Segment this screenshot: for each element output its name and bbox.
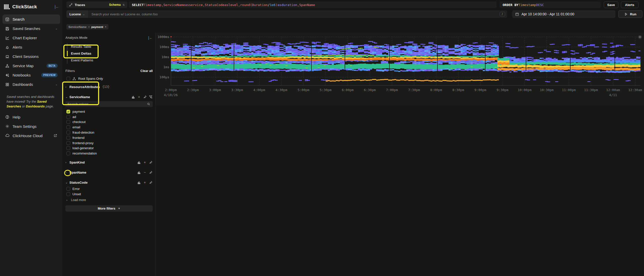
sidebar-item-chart-explorer[interactable]: Chart Explorer xyxy=(3,33,60,43)
tab-event-patterns[interactable]: Event Patterns xyxy=(67,57,153,64)
filter-group-header[interactable]: ›SpanKind+ xyxy=(65,159,153,166)
checkbox-Unset[interactable] xyxy=(66,192,70,196)
sidebar-collapse-icon[interactable]: |← xyxy=(55,5,59,9)
order-by-editor[interactable]: ORDER BY Timestamp DESC xyxy=(500,2,601,8)
filter-value-label: load-generator xyxy=(72,146,94,150)
filter-value-Unset[interactable]: Unset xyxy=(65,191,153,197)
root-spans-checkbox[interactable] xyxy=(66,77,70,81)
panel-collapse-icon[interactable]: |← xyxy=(148,36,153,40)
checkbox-checkout[interactable] xyxy=(66,120,70,124)
checkbox-load-generator[interactable] xyxy=(66,146,70,150)
chevron-right-icon: › xyxy=(65,171,68,174)
filter-group-name: ResourceAttributes xyxy=(69,85,100,89)
grid-icon xyxy=(5,82,10,87)
sidebar-item-dashboards[interactable]: Dashboards⌄ xyxy=(3,80,60,89)
filter-group-header[interactable]: ›SpanName− xyxy=(65,169,153,176)
query-language-select[interactable]: Lucene ⌄ xyxy=(66,10,88,18)
filter-value-load-generator[interactable]: load-generator xyxy=(65,146,153,151)
filter-group-name: SpanKind xyxy=(69,161,85,164)
filter-group-header[interactable]: ⌄StatusCode+ xyxy=(65,179,153,186)
sql-token: as xyxy=(185,3,189,7)
schema-button[interactable]: Schema xyxy=(109,3,121,7)
clear-all-button[interactable]: Clear all xyxy=(140,69,153,73)
close-icon[interactable]: × xyxy=(105,25,106,29)
sidebar-item-search[interactable]: Search xyxy=(3,15,60,24)
checkbox-payment[interactable] xyxy=(66,110,70,113)
filter-value-frontend-proxy[interactable]: frontend-proxy xyxy=(65,140,153,146)
filter-value-Error[interactable]: Error xyxy=(65,186,153,191)
sql-query-editor[interactable]: SELECT Timestamp, ServiceName as service… xyxy=(129,2,497,8)
bar-chart-icon[interactable] xyxy=(137,160,141,165)
pin-icon[interactable] xyxy=(143,95,147,99)
filter-group-header[interactable]: ⌄ServiceName+ xyxy=(65,93,153,101)
more-filters-button[interactable]: More filters ▼ xyxy=(65,205,153,212)
load-more-button[interactable]: ›Load more xyxy=(66,198,153,202)
checkbox-recommendation[interactable] xyxy=(66,151,70,155)
source-selector[interactable]: Traces Schema ⇅ xyxy=(66,2,127,8)
filter-value-fraud-detection[interactable]: fraud-detection xyxy=(65,130,153,135)
heatmap-canvas[interactable] xyxy=(171,37,640,86)
laptop-icon xyxy=(5,54,10,59)
schema-sort-icon[interactable]: ⇅ xyxy=(123,4,125,6)
sidebar-item-alerts[interactable]: Alerts xyxy=(3,43,60,52)
sidebar-item-label: Help xyxy=(13,115,58,119)
x-axis-tick-label: 12:30am xyxy=(628,88,642,92)
pin-icon[interactable] xyxy=(148,170,153,175)
tab-event-deltas[interactable]: Event Deltas xyxy=(67,50,153,57)
filter-value-frontend[interactable]: frontend xyxy=(65,135,153,140)
notice-link[interactable]: Dashboards xyxy=(26,104,45,108)
bar-chart-icon[interactable] xyxy=(131,95,135,99)
help-icon xyxy=(5,115,10,119)
filter-chip[interactable]: ServiceName=payment× xyxy=(66,24,108,29)
checkbox-frontend[interactable] xyxy=(66,136,70,140)
run-button[interactable]: Run xyxy=(618,10,642,18)
checkbox-frontend-proxy[interactable] xyxy=(66,141,70,145)
filter-search-input[interactable]: Search values... xyxy=(65,101,153,107)
plus-icon[interactable]: + xyxy=(143,180,147,185)
plus-icon[interactable]: + xyxy=(137,95,141,99)
filter-value-label: email xyxy=(72,125,80,129)
filter-clear-icon[interactable] xyxy=(148,95,153,99)
filter-value-label: frontend-proxy xyxy=(72,141,94,145)
x-axis-tick-label: 12:00am xyxy=(606,88,620,92)
filter-value-recommendation[interactable]: recommendation xyxy=(65,151,153,156)
alerts-button[interactable]: Alerts xyxy=(621,2,638,8)
search-input[interactable]: Search your events w/ Lucene ex. column:… xyxy=(88,12,500,16)
sidebar-item-help[interactable]: Help xyxy=(3,112,60,122)
external-link-icon xyxy=(53,133,58,138)
run-label: Run xyxy=(630,12,636,16)
pin-icon[interactable] xyxy=(148,180,153,185)
filter-value-email[interactable]: email xyxy=(65,125,153,130)
filter-group-header[interactable]: ›ResourceAttributes{13} xyxy=(65,83,153,91)
checkbox-fraud-detection[interactable] xyxy=(66,131,70,134)
sidebar-item-team-settings[interactable]: Team Settings xyxy=(3,122,60,131)
save-button[interactable]: Save xyxy=(604,2,618,8)
chevron-down-icon: ⌄ xyxy=(55,27,58,30)
sidebar-item-clickhouse-cloud[interactable]: ClickHouse Cloud xyxy=(3,131,60,140)
x-axis-tick-label: 10:30pm xyxy=(540,88,554,92)
filter-value-checkout[interactable]: checkout xyxy=(65,120,153,125)
y-axis-tick-label: 10ms xyxy=(162,55,169,59)
x-axis-date-label: 4/10/26 xyxy=(164,93,178,97)
sidebar-item-notebooks[interactable]: NotebooksPREVIEW xyxy=(3,70,60,80)
checkbox-Error[interactable] xyxy=(66,187,70,191)
sidebar-item-saved-searches[interactable]: Saved Searches⌄ xyxy=(3,24,60,33)
tab-results-table[interactable]: Results Table xyxy=(67,43,153,50)
bar-chart-icon[interactable] xyxy=(137,170,141,175)
sidebar-item-client-sessions[interactable]: Client Sessions xyxy=(3,52,60,61)
chart-settings-gear-icon[interactable] xyxy=(638,35,642,39)
x-axis-tick-label: 8:30pm xyxy=(452,88,464,92)
root-spans-icon xyxy=(72,77,76,81)
checkbox-email[interactable] xyxy=(66,125,70,129)
pin-icon[interactable] xyxy=(148,160,153,165)
filter-value-ad[interactable]: ad xyxy=(65,114,153,120)
x-axis-tick-label: 6:00pm xyxy=(342,88,354,92)
bar-chart-icon[interactable] xyxy=(137,180,141,185)
time-range-picker[interactable]: Apr 10 14:00:00 - Apr 11 01:00:00 xyxy=(512,10,615,18)
minus-icon[interactable]: − xyxy=(143,170,147,175)
filter-value-payment[interactable]: payment xyxy=(65,109,153,114)
sidebar-item-service-map[interactable]: Service MapBETA xyxy=(3,61,60,70)
duration-heatmap-chart: 1000ms100ms10ms1ms100µs2:00pm2:30pm3:00p… xyxy=(155,33,644,106)
plus-icon[interactable]: + xyxy=(143,160,147,165)
checkbox-ad[interactable] xyxy=(66,115,70,119)
